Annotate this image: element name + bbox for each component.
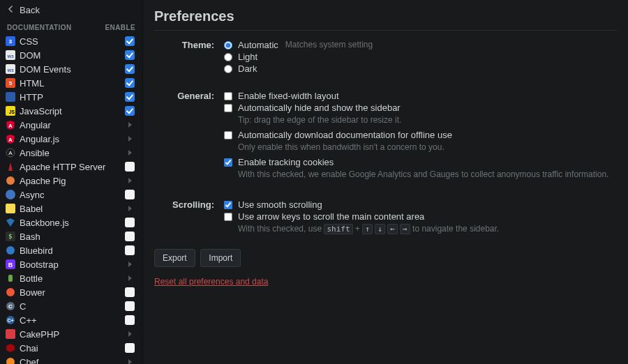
sidebar-item[interactable]: Bluebird xyxy=(0,243,142,257)
theme-radio[interactable] xyxy=(224,53,232,61)
sidebar-item[interactable]: Async xyxy=(0,188,142,202)
enable-checkbox[interactable] xyxy=(124,64,135,74)
svg-rect-32 xyxy=(6,329,15,339)
enable-checkbox[interactable] xyxy=(124,78,135,88)
svg-rect-8 xyxy=(6,92,15,102)
sidebar-item[interactable]: $Bash xyxy=(0,229,142,243)
ico-bootstrap: B xyxy=(6,259,15,269)
sidebar-item[interactable]: Bower xyxy=(0,285,142,299)
enable-checkbox[interactable] xyxy=(124,343,135,353)
sidebar-item[interactable]: W3DOM Events xyxy=(0,62,142,76)
expand-arrow-icon[interactable] xyxy=(124,206,135,211)
sidebar-item[interactable]: Chef xyxy=(0,355,142,364)
ico-async xyxy=(6,190,15,199)
sidebar-item[interactable]: 3CSS xyxy=(0,34,142,48)
sidebar-item[interactable]: Bottle xyxy=(0,271,142,285)
enable-checkbox[interactable] xyxy=(124,106,135,116)
ico-cake xyxy=(6,329,15,339)
sidebar-item[interactable]: Apache Pig xyxy=(0,174,142,188)
ico-babel xyxy=(6,204,15,213)
expand-arrow-icon[interactable] xyxy=(124,178,135,183)
expand-arrow-icon[interactable] xyxy=(124,331,135,337)
svg-text:3: 3 xyxy=(9,38,13,45)
ico-angular: A xyxy=(6,120,15,130)
svg-text:$: $ xyxy=(8,233,12,240)
general-option-sub: With this checked, we enable Google Anal… xyxy=(238,169,617,179)
general-checkbox[interactable] xyxy=(224,104,232,112)
sidebar-item[interactable]: BBootstrap xyxy=(0,257,142,271)
button-row: Export Import xyxy=(154,249,617,267)
export-button[interactable]: Export xyxy=(154,249,195,267)
scrolling-options: Use smooth scrollingUse arrow keys to sc… xyxy=(224,199,617,238)
scrolling-checkbox[interactable] xyxy=(224,213,232,221)
back-arrow-icon xyxy=(7,5,15,15)
theme-option[interactable]: Light xyxy=(224,51,617,63)
general-checkbox[interactable] xyxy=(224,158,232,167)
enable-checkbox[interactable] xyxy=(124,301,135,311)
enable-checkbox[interactable] xyxy=(124,232,135,241)
reset-link[interactable]: Reset all preferences and data xyxy=(154,277,268,287)
expand-arrow-icon[interactable] xyxy=(124,359,135,364)
sidebar-item[interactable]: Chai xyxy=(0,341,142,355)
expand-arrow-icon[interactable] xyxy=(124,150,135,156)
svg-point-27 xyxy=(6,288,15,296)
svg-text:A: A xyxy=(8,150,13,156)
theme-radio[interactable] xyxy=(224,41,232,50)
theme-radio[interactable] xyxy=(224,65,232,73)
sidebar-item[interactable]: AAnsible xyxy=(0,146,142,160)
expand-arrow-icon[interactable] xyxy=(124,275,135,281)
ico-js: JS xyxy=(6,106,15,116)
general-option-label: Enable fixed-width layout xyxy=(238,91,339,101)
sidebar-item-label: C xyxy=(20,301,124,312)
general-checkbox[interactable] xyxy=(224,131,232,139)
theme-option-hint: Matches system setting xyxy=(285,40,373,50)
sidebar-item[interactable]: CC xyxy=(0,299,142,313)
enable-checkbox[interactable] xyxy=(124,162,135,172)
import-button[interactable]: Import xyxy=(200,249,241,267)
enable-checkbox[interactable] xyxy=(124,50,135,60)
kbd-key: ← xyxy=(387,224,398,234)
sidebar-item[interactable]: Backbone.js xyxy=(0,215,142,229)
sidebar-item[interactable]: C+C++ xyxy=(0,313,142,327)
sidebar-item[interactable]: HTTP xyxy=(0,90,142,104)
sidebar-item[interactable]: Apache HTTP Server xyxy=(0,160,142,174)
sidebar-item-label: Angular.js xyxy=(20,134,124,144)
enable-checkbox[interactable] xyxy=(124,190,135,199)
expand-arrow-icon[interactable] xyxy=(124,122,135,128)
expand-arrow-icon[interactable] xyxy=(124,136,135,142)
enable-checkbox[interactable] xyxy=(124,287,135,297)
theme-option[interactable]: AutomaticMatches system setting xyxy=(224,39,617,51)
enable-checkbox[interactable] xyxy=(124,245,135,255)
general-option[interactable]: Automatically hide and show the sidebar xyxy=(224,102,617,114)
scrolling-option[interactable]: Use arrow keys to scroll the main conten… xyxy=(224,211,617,222)
svg-text:B: B xyxy=(8,261,13,268)
sidebar-item[interactable]: W3DOM xyxy=(0,48,142,62)
general-option-label: Automatically hide and show the sidebar xyxy=(238,103,401,113)
expand-arrow-icon[interactable] xyxy=(124,261,135,267)
back-button[interactable]: Back xyxy=(0,0,142,20)
sidebar-item[interactable]: 5HTML xyxy=(0,76,142,90)
sidebar-item[interactable]: Babel xyxy=(0,202,142,215)
general-checkbox[interactable] xyxy=(224,92,232,100)
sidebar-item[interactable]: JSJavaScript xyxy=(0,104,142,118)
general-options: Enable fixed-width layoutAutomatically h… xyxy=(224,90,617,183)
ico-w3c: W3 xyxy=(6,50,15,60)
sidebar-item[interactable]: AAngular xyxy=(0,118,142,132)
theme-option[interactable]: Dark xyxy=(224,63,617,75)
enable-checkbox[interactable] xyxy=(124,218,135,227)
sidebar-item-label: Bluebird xyxy=(20,245,124,256)
ico-apache xyxy=(6,162,15,172)
enable-checkbox[interactable] xyxy=(124,36,135,46)
sidebar-item-label: Angular xyxy=(20,120,124,130)
scrolling-checkbox[interactable] xyxy=(224,201,232,209)
general-option[interactable]: Enable tracking cookies xyxy=(224,156,617,168)
sidebar-item[interactable]: CakePHP xyxy=(0,327,142,341)
sidebar-item[interactable]: AAngular.js xyxy=(0,132,142,146)
sidebar-item-label: Bower xyxy=(20,287,124,298)
sidebar-item-label: CakePHP xyxy=(20,329,124,340)
enable-checkbox[interactable] xyxy=(124,92,135,102)
enable-checkbox[interactable] xyxy=(124,315,135,325)
general-option[interactable]: Automatically download documentation for… xyxy=(224,129,617,141)
general-option[interactable]: Enable fixed-width layout xyxy=(224,90,617,102)
scrolling-option[interactable]: Use smooth scrolling xyxy=(224,199,617,211)
